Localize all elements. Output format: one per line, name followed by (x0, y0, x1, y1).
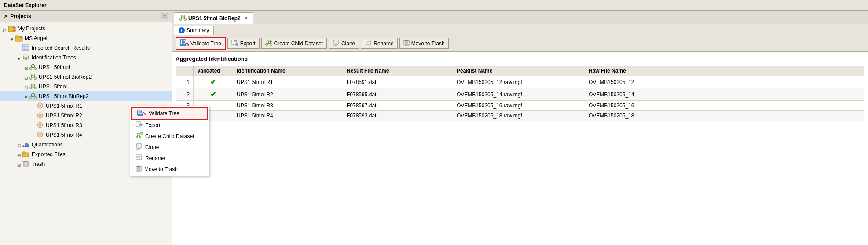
col-header-raw-file: Raw File Name (585, 66, 864, 76)
result-file-cell: F078593.dat (343, 111, 453, 121)
table-row[interactable]: 2✔UPS1 5fmol R2F078595.datOVEMB150205_14… (176, 88, 864, 101)
tree-item-ms-angel[interactable]: ▼ MS Angel (0, 33, 172, 43)
clone-button[interactable]: Clone (329, 38, 359, 49)
tab-close-button[interactable]: ✕ (244, 16, 248, 21)
validate-menu-icon: ID (137, 110, 146, 116)
svg-line-106 (137, 136, 139, 137)
raw-file-cell: OVEMB150205_12 (585, 76, 864, 88)
col-header-validated: Validated (194, 66, 233, 76)
context-menu-label: Rename (145, 155, 165, 161)
expand-icon: ⊞ (16, 152, 22, 157)
expand-icon: ▼ (16, 55, 22, 60)
validate-icon: ID (137, 110, 146, 117)
app-window: DataSet Explorer > Projects « ▷ (0, 0, 868, 245)
title-bar: DataSet Explorer (0, 0, 868, 11)
validated-cell: ✔ (194, 76, 233, 88)
svg-rect-52 (23, 145, 24, 147)
id-name-cell: UPS1 5fmol R4 (233, 111, 343, 121)
export-icon (136, 121, 143, 129)
svg-point-49 (39, 124, 41, 126)
ups1-50fmol-icon (29, 64, 37, 71)
ups1-5fmol-r1-label: UPS1 5fmol R1 (46, 102, 82, 110)
svg-point-51 (39, 134, 41, 135)
context-menu-item-rename[interactable]: Rename (130, 153, 209, 164)
clone-icon (333, 40, 340, 47)
expand-icon: ▼ (23, 94, 29, 99)
svg-point-103 (137, 133, 140, 136)
right-panel: UPS1 5fmol BioRep2 ✕ i Summary (172, 11, 868, 245)
run-r3-icon (37, 122, 44, 129)
trash-toolbar-icon (403, 40, 410, 47)
raw-file-cell: OVEMB150205_16 (585, 101, 864, 111)
expand-icon: ▷ (2, 26, 7, 31)
clone-menu-icon (136, 143, 143, 150)
validate-tree-icon: ID (180, 39, 189, 48)
move-to-trash-button[interactable]: Move to Trash (399, 38, 449, 49)
run-r2-icon (37, 112, 44, 119)
create-child-dataset-button[interactable]: Create Child Dataset (261, 38, 327, 49)
tree-item-ups1-50fmol[interactable]: ⊞ UPS1 50fmol (0, 62, 172, 72)
row-num: 2 (176, 88, 194, 101)
ups1-50fmol-biorep2-label: UPS1 50fmol BioRep2 (39, 73, 92, 81)
ups1-5fmol-r2-label: UPS1 5fmol R2 (46, 112, 82, 120)
run-r1-icon (37, 102, 44, 110)
id-trees-icon (22, 54, 30, 61)
trash-tree-icon (22, 161, 30, 168)
ups1-5fmol-r3-label: UPS1 5fmol R3 (46, 121, 82, 129)
svg-point-105 (139, 136, 141, 138)
context-menu-item-clone[interactable]: Clone (130, 142, 209, 153)
rename-icon (136, 154, 143, 162)
export-menu-icon (136, 121, 143, 128)
tree-item-ups1-5fmol-biorep2[interactable]: ▼ UPS1 5fmol BioRep2 (0, 91, 172, 101)
exported-files-icon (22, 151, 30, 158)
create-child-icon (265, 40, 272, 47)
context-menu-item-validate-tree[interactable]: ID Validate Tree (131, 107, 208, 120)
export-button[interactable]: Export (227, 38, 260, 49)
svg-rect-98 (405, 40, 408, 41)
summary-tab[interactable]: i Summary (174, 26, 214, 35)
tree-item-my-projects[interactable]: ▷ My Projects (0, 24, 172, 33)
svg-point-5 (20, 36, 22, 38)
row-num: 1 (176, 76, 194, 88)
id-name-cell: UPS1 5fmol R2 (233, 88, 343, 101)
section-title: Aggregated Identifications (176, 55, 864, 62)
raw-file-cell: OVEMB150205_14 (585, 88, 864, 101)
tree-item-id-trees[interactable]: ▼ Identification Trees (0, 53, 172, 62)
context-menu-label: Create Child Dataset (145, 133, 194, 139)
validated-cell: ✔ (194, 88, 233, 101)
tab-dataset-icon (179, 15, 187, 22)
context-menu-item-create-child[interactable]: Create Child Dataset (130, 131, 209, 142)
svg-rect-6 (22, 44, 29, 51)
svg-rect-4 (15, 36, 18, 37)
trash-icon (136, 165, 142, 173)
context-menu-item-move-to-trash[interactable]: Move to Trash (130, 164, 209, 175)
svg-rect-88 (334, 40, 338, 44)
tree-item-ups1-5fmol[interactable]: ⊞ UPS1 5fmol (0, 82, 172, 91)
expand-icon (30, 103, 36, 109)
result-file-cell: F078595.dat (343, 88, 453, 101)
svg-rect-64 (25, 161, 27, 162)
ups1-5fmol-icon (29, 83, 37, 90)
table-row[interactable]: 1✔UPS1 5fmol R1F078591.datOVEMB150205_12… (176, 76, 864, 88)
collapse-panel-button[interactable]: « (161, 13, 168, 19)
peaklist-cell: OVEMB150205_18.raw.mgf (453, 111, 585, 121)
my-projects-label: My Projects (18, 25, 45, 33)
tree-item-imported-search[interactable]: Imported Search Results (0, 43, 172, 53)
svg-point-104 (136, 136, 138, 138)
svg-rect-121 (137, 166, 140, 167)
ups1-5fmol-biorep2-label: UPS1 5fmol BioRep2 (39, 92, 88, 100)
expand-icon (30, 123, 36, 128)
svg-rect-54 (26, 143, 28, 147)
tab-ups1-5fmol-biorep2[interactable]: UPS1 5fmol BioRep2 ✕ (174, 12, 253, 24)
toolbar: ID Validate Tree (172, 35, 868, 52)
tree-item-ups1-50fmol-biorep2[interactable]: ⊞ UPS1 50fmol BioRep2 (0, 72, 172, 82)
svg-rect-53 (25, 143, 26, 147)
validate-tree-button[interactable]: ID Validate Tree (176, 37, 226, 50)
table-row[interactable]: 3UPS1 5fmol R3F078597.datOVEMB150205_16.… (176, 101, 864, 111)
expand-arrow: > (4, 13, 7, 19)
context-menu-label: Clone (145, 144, 159, 150)
result-file-cell: F078597.dat (343, 101, 453, 111)
table-row[interactable]: 4UPS1 5fmol R4F078593.datOVEMB150205_18.… (176, 111, 864, 121)
rename-button[interactable]: Rename (361, 38, 397, 49)
context-menu-item-export[interactable]: Export (130, 120, 209, 131)
